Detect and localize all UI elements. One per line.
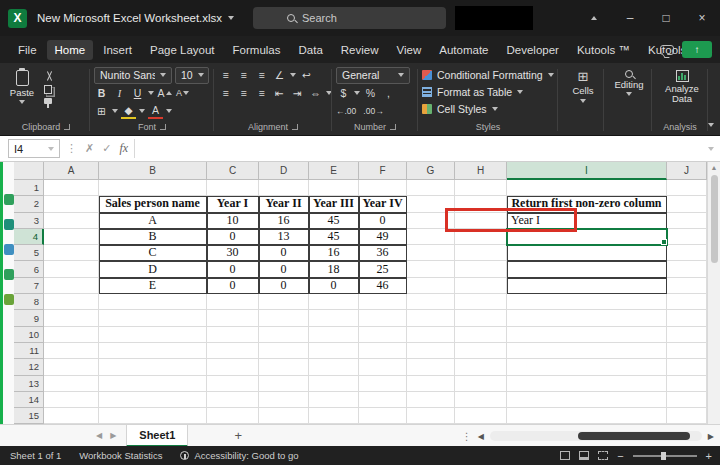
align-bottom-icon[interactable]: ≡ [254,68,269,83]
cell-J7[interactable] [667,278,707,294]
format-painter-icon[interactable] [44,98,52,104]
cell-D1[interactable] [259,180,309,196]
column-header-B[interactable]: B [99,162,207,180]
cell-I4[interactable] [507,229,667,245]
cell-B1[interactable] [99,180,207,196]
align-center-icon[interactable]: ≡ [236,86,251,101]
comma-style-icon[interactable]: , [381,86,396,101]
cell-D10[interactable] [259,327,309,343]
zoom-in-icon[interactable]: + [706,450,712,462]
name-box[interactable]: I4 [8,139,60,158]
cell-A3[interactable] [44,213,99,229]
menu-tab-formulas[interactable]: Formulas [225,40,289,60]
align-middle-icon[interactable]: ≡ [236,68,251,83]
cell-E12[interactable] [309,359,359,375]
cell-I15[interactable] [507,408,667,424]
cell-D5[interactable]: 0 [259,245,309,261]
cell-E13[interactable] [309,376,359,392]
cell-J10[interactable] [667,327,707,343]
row-header-12[interactable]: 12 [14,359,44,375]
close-button[interactable]: × [684,0,720,36]
cell-C5[interactable]: 30 [207,245,259,261]
cell-C8[interactable] [207,294,259,310]
cell-A6[interactable] [44,261,99,277]
cut-icon[interactable] [44,71,54,81]
cell-A12[interactable] [44,359,99,375]
cell-F14[interactable] [359,392,407,408]
cell-F5[interactable]: 36 [359,245,407,261]
cell-I7[interactable] [507,278,667,294]
scroll-up-icon[interactable]: ▲ [711,164,718,171]
cell-A13[interactable] [44,376,99,392]
menu-tab-data[interactable]: Data [291,40,331,60]
cell-F9[interactable] [359,310,407,326]
row-header-9[interactable]: 9 [14,310,44,326]
cell-J11[interactable] [667,343,707,359]
merge-center-icon[interactable]: ⇔ [308,86,323,101]
accessibility-status[interactable]: Accessibility: Good to go [180,450,298,461]
more-options-icon[interactable]: ⋮ [66,142,77,155]
clipboard-dialog-launcher-icon[interactable] [64,124,70,130]
increase-decimal-icon[interactable]: ←.00 [336,106,356,116]
menu-tab-home[interactable]: Home [47,40,94,60]
cell-B4[interactable]: B [99,229,207,245]
row-header-13[interactable]: 13 [14,376,44,392]
borders-icon[interactable]: ⊞ [94,104,109,119]
column-header-F[interactable]: F [359,162,407,180]
row-header-1[interactable]: 1 [14,180,44,196]
accounting-format-icon[interactable]: $ [336,86,351,101]
cell-I11[interactable] [507,343,667,359]
drag-dots-icon[interactable]: ⋮ [462,431,472,442]
row-header-14[interactable]: 14 [14,392,44,408]
decrease-decimal-icon[interactable]: .00→ [363,106,383,116]
cells-button[interactable]: ⊞ Cells [562,66,604,103]
cell-B13[interactable] [99,376,207,392]
minimize-button[interactable]: – [612,0,648,36]
cell-D14[interactable] [259,392,309,408]
cell-D8[interactable] [259,294,309,310]
cell-J15[interactable] [667,408,707,424]
zoom-out-icon[interactable]: − [617,450,623,462]
cell-J2[interactable] [667,196,707,212]
cell-G12[interactable] [407,359,455,375]
cell-D11[interactable] [259,343,309,359]
column-header-E[interactable]: E [309,162,359,180]
collapse-ribbon-icon[interactable] [708,123,714,127]
cell-F10[interactable] [359,327,407,343]
enter-icon[interactable]: ✓ [102,142,111,155]
cell-E3[interactable]: 45 [309,213,359,229]
cell-E10[interactable] [309,327,359,343]
cell-C15[interactable] [207,408,259,424]
orientation-icon[interactable]: ∠ [272,68,287,83]
cell-A15[interactable] [44,408,99,424]
font-color-icon[interactable]: A [148,104,163,119]
align-left-icon[interactable]: ≡ [218,86,233,101]
cell-D2[interactable]: Year II [259,196,309,212]
cell-G15[interactable] [407,408,455,424]
cell-G7[interactable] [407,278,455,294]
align-right-icon[interactable]: ≡ [254,86,269,101]
cell-J12[interactable] [667,359,707,375]
row-header-7[interactable]: 7 [14,278,44,294]
row-header-3[interactable]: 3 [14,213,44,229]
cell-I8[interactable] [507,294,667,310]
column-header-H[interactable]: H [455,162,507,180]
cell-H14[interactable] [455,392,507,408]
cell-J4[interactable] [667,229,707,245]
horizontal-scrollbar[interactable] [490,431,702,441]
cell-C7[interactable]: 0 [207,278,259,294]
cell-I12[interactable] [507,359,667,375]
cell-G3[interactable] [407,213,455,229]
sheet-tab-sheet1[interactable]: Sheet1 [126,425,188,447]
cell-C4[interactable]: 0 [207,229,259,245]
column-header-C[interactable]: C [207,162,259,180]
row-header-5[interactable]: 5 [14,245,44,261]
paste-button[interactable]: Paste [6,66,38,104]
page-break-view-icon[interactable] [598,451,608,460]
format-as-table-button[interactable]: Format as Table [422,83,554,100]
cell-B14[interactable] [99,392,207,408]
row-header-15[interactable]: 15 [14,408,44,424]
analyze-data-button[interactable]: Analyze Data [656,66,708,105]
italic-button[interactable]: I [112,86,127,101]
cell-G14[interactable] [407,392,455,408]
